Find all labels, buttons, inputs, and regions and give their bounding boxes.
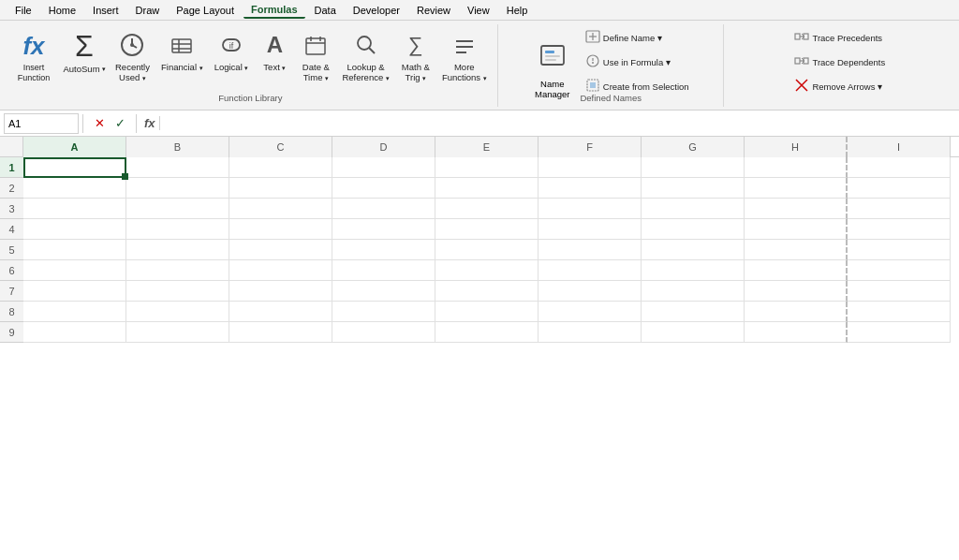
cell-e1[interactable] <box>435 157 539 178</box>
menu-page-layout[interactable]: Page Layout <box>169 3 242 18</box>
col-header-c[interactable]: C <box>229 137 332 157</box>
cell-e3[interactable] <box>435 199 539 219</box>
cell-a9[interactable] <box>23 322 126 343</box>
cell-g2[interactable] <box>642 178 745 199</box>
cell-b6[interactable] <box>126 260 229 281</box>
cell-g8[interactable] <box>642 302 745 322</box>
cell-b3[interactable] <box>126 199 229 219</box>
cell-i4[interactable] <box>848 219 951 240</box>
cell-e2[interactable] <box>435 178 539 199</box>
row-header-4[interactable]: 4 <box>0 219 23 240</box>
menu-draw[interactable]: Draw <box>128 3 168 18</box>
cell-c4[interactable] <box>229 219 332 240</box>
cell-f6[interactable] <box>539 260 642 281</box>
cell-c8[interactable] <box>229 302 332 322</box>
cancel-icon[interactable]: ✕ <box>91 116 108 130</box>
cell-a5[interactable] <box>23 240 126 260</box>
cell-i1[interactable] <box>848 157 951 178</box>
cell-d7[interactable] <box>332 281 435 302</box>
menu-formulas[interactable]: Formulas <box>243 2 305 19</box>
menu-view[interactable]: View <box>460 3 497 18</box>
menu-review[interactable]: Review <box>409 3 458 18</box>
date-time-button[interactable]: Date &Time ▾ <box>296 26 335 87</box>
cell-a4[interactable] <box>23 219 126 240</box>
cell-b4[interactable] <box>126 219 229 240</box>
cell-b5[interactable] <box>126 240 229 260</box>
cell-b8[interactable] <box>126 302 229 322</box>
cell-h7[interactable] <box>745 281 848 302</box>
cell-f2[interactable] <box>539 178 642 199</box>
define-name-button[interactable]: Define Name ▾ <box>581 26 694 50</box>
cell-d9[interactable] <box>332 322 435 343</box>
cell-i5[interactable] <box>848 240 951 260</box>
logical-button[interactable]: if Logical ▾ <box>210 26 254 76</box>
cell-c3[interactable] <box>229 199 332 219</box>
recently-used-button[interactable]: RecentlyUsed ▾ <box>111 26 155 87</box>
remove-arrows-button[interactable]: Remove Arrows ▾ <box>789 75 890 98</box>
cell-c5[interactable] <box>229 240 332 260</box>
row-header-2[interactable]: 2 <box>0 178 23 199</box>
cell-d1[interactable] <box>332 157 435 178</box>
cell-e5[interactable] <box>435 240 539 260</box>
cell-g9[interactable] <box>642 322 745 343</box>
cell-b1[interactable] <box>126 157 229 178</box>
cell-a7[interactable] <box>23 281 126 302</box>
cell-h6[interactable] <box>745 260 848 281</box>
cell-h2[interactable] <box>745 178 848 199</box>
cell-e6[interactable] <box>435 260 539 281</box>
cell-g5[interactable] <box>642 240 745 260</box>
cell-g4[interactable] <box>642 219 745 240</box>
cell-i2[interactable] <box>848 178 951 199</box>
menu-developer[interactable]: Developer <box>346 3 407 18</box>
cell-i3[interactable] <box>848 199 951 219</box>
col-header-g[interactable]: G <box>642 137 745 157</box>
name-manager-button[interactable]: NameManager <box>528 39 577 101</box>
row-header-7[interactable]: 7 <box>0 281 23 302</box>
menu-home[interactable]: Home <box>41 3 83 18</box>
cell-e9[interactable] <box>435 322 539 343</box>
use-in-formula-button[interactable]: Use in Formula ▾ <box>581 51 694 74</box>
cell-h4[interactable] <box>745 219 848 240</box>
fill-handle[interactable] <box>122 173 128 180</box>
cell-i6[interactable] <box>848 260 951 281</box>
menu-file[interactable]: File <box>7 3 39 18</box>
autosum-button[interactable]: Σ AutoSum ▾ <box>60 26 109 88</box>
cell-c6[interactable] <box>229 260 332 281</box>
cell-a6[interactable] <box>23 260 126 281</box>
cell-f1[interactable] <box>539 157 642 178</box>
cell-e4[interactable] <box>435 219 539 240</box>
cell-f3[interactable] <box>539 199 642 219</box>
name-box[interactable] <box>4 113 79 134</box>
col-header-a[interactable]: A <box>23 137 126 157</box>
col-header-b[interactable]: B <box>126 137 229 157</box>
row-header-5[interactable]: 5 <box>0 240 23 260</box>
cell-a8[interactable] <box>23 302 126 322</box>
menu-help[interactable]: Help <box>499 3 536 18</box>
row-header-9[interactable]: 9 <box>0 322 23 343</box>
row-header-6[interactable]: 6 <box>0 260 23 281</box>
row-header-3[interactable]: 3 <box>0 199 23 219</box>
col-header-d[interactable]: D <box>332 137 435 157</box>
cell-f9[interactable] <box>539 322 642 343</box>
cell-d6[interactable] <box>332 260 435 281</box>
cell-b9[interactable] <box>126 322 229 343</box>
lookup-reference-button[interactable]: Lookup &Reference ▾ <box>337 26 393 87</box>
cell-i7[interactable] <box>848 281 951 302</box>
col-header-h[interactable]: H <box>745 137 848 157</box>
cell-c2[interactable] <box>229 178 332 199</box>
more-functions-button[interactable]: MoreFunctions ▾ <box>437 26 492 87</box>
cell-g3[interactable] <box>642 199 745 219</box>
cell-f4[interactable] <box>539 219 642 240</box>
col-header-f[interactable]: F <box>539 137 642 157</box>
trace-dependents-button[interactable]: Trace Dependents <box>789 51 890 74</box>
cell-c7[interactable] <box>229 281 332 302</box>
cell-b7[interactable] <box>126 281 229 302</box>
cell-e7[interactable] <box>435 281 539 302</box>
cell-d8[interactable] <box>332 302 435 322</box>
cell-i9[interactable] <box>848 322 951 343</box>
cell-a1[interactable] <box>23 157 126 178</box>
math-trig-button[interactable]: ∑ Math &Trig ▾ <box>396 26 435 87</box>
financial-button[interactable]: Financial ▾ <box>156 26 208 76</box>
cell-h9[interactable] <box>745 322 848 343</box>
cell-i8[interactable] <box>848 302 951 322</box>
